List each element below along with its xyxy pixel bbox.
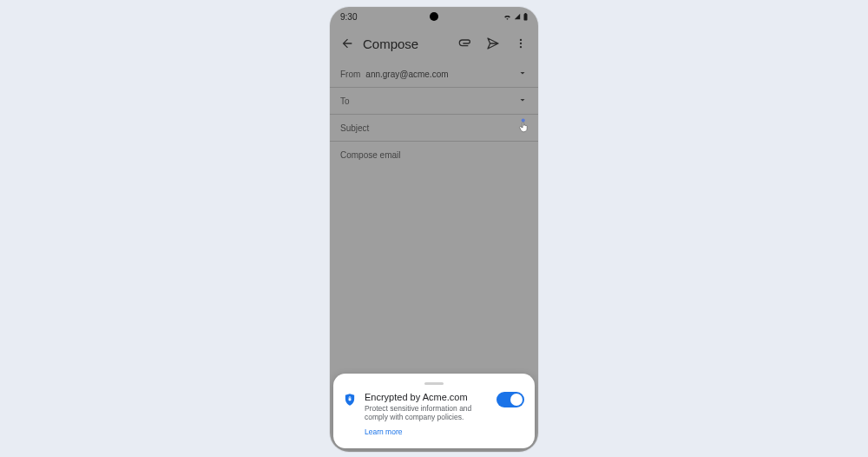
learn-more-link[interactable]: Learn more <box>365 427 402 436</box>
attach-button[interactable] <box>451 30 479 57</box>
to-label: To <box>340 96 350 106</box>
svg-point-4 <box>520 46 522 48</box>
shield-icon <box>344 393 356 410</box>
app-bar-title: Compose <box>363 36 451 51</box>
stage: 9:30 Compose Fro <box>0 0 868 457</box>
chevron-down-icon <box>517 68 528 78</box>
svg-point-5 <box>522 119 525 123</box>
arrow-left-icon <box>340 36 354 50</box>
status-bar: 9:30 <box>330 7 538 26</box>
svg-rect-0 <box>524 14 528 21</box>
phone-frame: 9:30 Compose Fro <box>330 7 538 452</box>
chevron-down-icon <box>517 95 528 105</box>
status-icons <box>503 13 528 21</box>
pointer-hand-icon <box>517 118 531 134</box>
wifi-icon <box>503 13 511 20</box>
from-label: From <box>340 70 360 79</box>
send-icon <box>486 36 500 50</box>
svg-rect-6 <box>349 398 352 401</box>
subject-placeholder: Subject <box>340 123 369 133</box>
encryption-bottom-sheet: Encrypted by Acme.com Protect sensitive … <box>333 374 535 448</box>
from-expand[interactable] <box>517 68 528 80</box>
to-expand[interactable] <box>517 95 528 107</box>
subject-row[interactable]: Subject <box>330 115 538 142</box>
sheet-title: Encrypted by Acme.com <box>365 392 488 402</box>
toggle-knob <box>510 394 523 406</box>
attachment-icon <box>458 36 472 50</box>
more-vert-icon <box>515 37 527 50</box>
encryption-toggle[interactable] <box>496 392 524 407</box>
cellular-icon <box>514 13 521 20</box>
svg-rect-1 <box>525 13 527 14</box>
send-button[interactable] <box>479 30 507 57</box>
compose-app-bar: Compose <box>330 26 538 61</box>
tap-cursor <box>517 118 531 136</box>
front-camera-hole <box>430 12 438 21</box>
svg-point-3 <box>520 43 522 44</box>
to-row[interactable]: To <box>330 88 538 115</box>
from-value: ann.gray@acme.com <box>365 70 448 79</box>
body-area[interactable]: Compose email <box>330 142 538 357</box>
svg-point-2 <box>520 39 522 41</box>
battery-icon <box>523 13 528 21</box>
body-placeholder: Compose email <box>340 150 400 160</box>
overflow-menu-button[interactable] <box>507 30 535 57</box>
status-clock: 9:30 <box>340 12 357 22</box>
sheet-drag-handle[interactable] <box>424 382 444 385</box>
back-button[interactable] <box>333 30 361 57</box>
from-row[interactable]: From ann.gray@acme.com <box>330 61 538 88</box>
sheet-subtitle: Protect sensitive information and comply… <box>365 404 488 422</box>
